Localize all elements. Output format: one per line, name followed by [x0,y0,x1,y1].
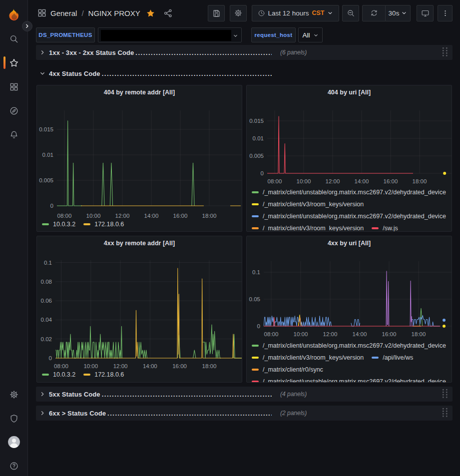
legend-item[interactable]: /sw.js [372,225,398,232]
more-options-button[interactable] [438,5,453,21]
save-icon [212,9,221,17]
svg-text:12:00: 12:00 [326,178,340,184]
legend-item[interactable]: /_matrix/client/unstable/org.matrix.msc2… [252,213,446,220]
sidebar-item-profile[interactable] [0,432,27,452]
sidebar-item-search[interactable] [0,29,27,49]
legend-series-chip [83,223,90,225]
row-drag-handle[interactable] [443,408,451,418]
navbar: General / NGINX PROXY Last 12 hours CST … [28,0,460,26]
datasource-variable-label[interactable]: DS_PROMETHEUS [36,27,95,42]
star-icon [9,58,19,68]
panel-legend: /_matrix/client/unstable/org.matrix.msc2… [252,186,451,232]
legend-item[interactable]: 10.0.3.2 [42,371,75,378]
host-variable-value[interactable]: All [298,27,323,42]
row-title: 1xx - 3xx - 2xx Status Code [49,49,134,56]
legend-item[interactable]: /_matrix/client/unstable/org.matrix.msc2… [252,342,446,349]
refresh-interval-picker[interactable]: 30s [386,5,411,21]
sidebar-item-starred[interactable] [0,53,27,73]
svg-text:14:00: 14:00 [353,331,367,337]
legend-series-chip [42,223,49,225]
apps-icon [9,82,19,92]
svg-text:0.02: 0.02 [41,336,52,342]
chart-canvas[interactable]: 00.020.040.060.080.108:0010:0012:0014:00… [37,236,242,383]
svg-text:18:00: 18:00 [412,331,426,337]
legend-series-label: /_matrix/client/unstable/org.matrix.msc2… [263,378,446,383]
legend-item[interactable]: /_matrix/client/unstable/org.matrix.msc2… [252,189,446,196]
legend-item[interactable]: 172.18.0.6 [83,221,124,228]
legend-series-chip [252,369,259,371]
breadcrumb-title[interactable]: NGINX PROXY [88,9,140,17]
zoom-out-button[interactable] [342,5,359,21]
dashboard-row-2[interactable]: 5xx Status Code.........................… [36,387,453,402]
sidebar-item-configuration[interactable] [0,385,27,405]
chevron-right-icon [36,410,49,416]
dashboard-row-1[interactable]: 4xx Status Code.........................… [36,66,453,81]
legend-item[interactable]: /_matrix/client/v3/room_keys/version [252,354,364,361]
panel-3: 4xx by uri [All] 00.050.108:0010:0012:00… [246,236,452,383]
save-dashboard-button[interactable] [208,5,225,21]
sidebar-item-help[interactable] [0,456,27,476]
legend-item[interactable]: 172.18.0.6 [83,371,124,378]
svg-text:16:00: 16:00 [382,331,397,337]
svg-text:0.015: 0.015 [39,126,53,132]
breadcrumb-folder[interactable]: General [50,9,77,17]
legend-item[interactable]: 10.0.3.2 [42,221,75,228]
sidebar-item-alerting[interactable] [0,125,27,145]
host-variable-label[interactable]: request_host [251,27,296,42]
legend-series-chip [252,215,259,217]
sidebar-item-admin[interactable] [0,409,27,429]
legend-series-chip [83,374,90,376]
refresh-interval-label: 30s [389,9,400,17]
legend-series-chip [252,357,259,359]
breadcrumb: General / NGINX PROXY [37,0,173,26]
legend-item[interactable]: /api/live/ws [372,354,413,361]
dashboard-row-0[interactable]: 1xx - 3xx - 2xx Status Code.............… [36,45,453,60]
chevron-down-icon [401,10,407,16]
kebab-icon [442,9,449,17]
navbar-actions: Last 12 hours CST 30s [208,5,453,21]
refresh-button[interactable] [362,5,386,21]
svg-text:0.015: 0.015 [249,118,264,124]
row-title-dots: ........................................… [135,49,272,56]
legend-item[interactable]: /_matrix/client/v3/room_keys/version [252,201,364,208]
legend-series-label: /_matrix/client/unstable/org.matrix.msc2… [263,342,446,349]
legend-series-label: /_matrix/client/v3/room_keys/version [263,225,364,232]
row-panel-count: (6 panels) [280,49,307,56]
legend-item[interactable]: /_matrix/client/unstable/org.matrix.msc2… [252,378,446,383]
tv-mode-button[interactable] [417,5,434,21]
row-drag-handle[interactable] [443,47,451,57]
svg-text:16:00: 16:00 [384,178,398,184]
sidebar-item-explore[interactable] [0,101,27,121]
svg-text:10:00: 10:00 [297,178,311,184]
breadcrumb-separator: / [81,9,83,17]
sidebar-item-dashboards[interactable] [0,77,27,97]
datasource-value-redacted [101,30,231,41]
svg-text:14:00: 14:00 [355,178,369,184]
sidebar-expand-button[interactable] [22,21,32,31]
chart-canvas[interactable]: 00.0050.010.01508:0010:0012:0014:0016:00… [37,85,242,232]
svg-text:0.01: 0.01 [42,152,53,158]
legend-series-label: /sw.js [383,225,398,232]
legend-series-chip [252,345,259,347]
svg-text:0: 0 [257,323,260,329]
svg-text:0.08: 0.08 [41,279,52,285]
dashboard-row-3[interactable]: 6xx > Status Code.......................… [36,406,453,421]
row-panel-count: (4 panels) [280,391,307,398]
datasource-select[interactable] [98,27,242,42]
share-icon[interactable] [163,8,173,18]
panel-legend: /_matrix/client/unstable/org.matrix.msc2… [252,340,451,383]
row-title: 5xx Status Code [49,391,100,398]
row-drag-handle[interactable] [443,389,451,399]
bell-icon [9,130,19,140]
time-range-picker[interactable]: Last 12 hours CST [252,5,339,21]
svg-text:10:00: 10:00 [294,331,308,337]
legend-item[interactable]: /_matrix/client/r0/sync [252,366,323,373]
legend-series-label: /_matrix/client/v3/room_keys/version [263,354,364,361]
dashboard-settings-button[interactable] [230,5,247,21]
shield-icon [9,414,19,424]
row-title: 4xx Status Code [49,70,100,77]
favorite-star-icon[interactable] [146,8,155,18]
chevron-right-icon [36,391,49,397]
legend-item[interactable]: /_matrix/client/v3/room_keys/version [252,225,364,232]
gear-icon [9,390,19,400]
